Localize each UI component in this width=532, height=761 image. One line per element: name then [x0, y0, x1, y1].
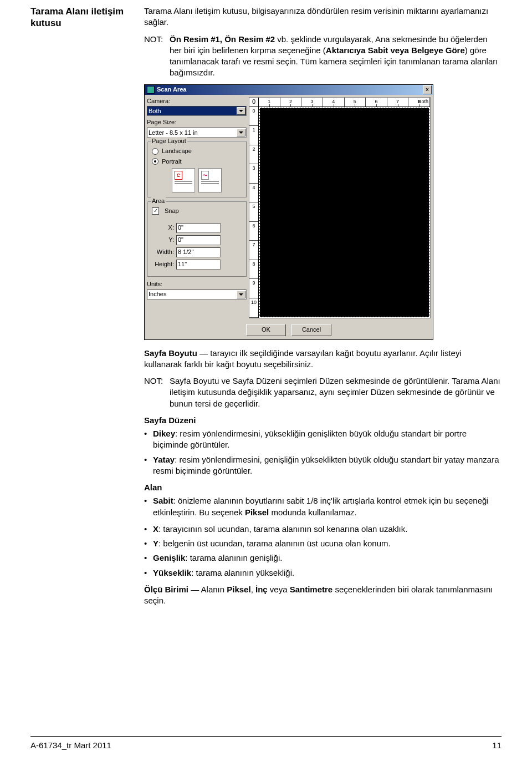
radio-icon: [152, 158, 158, 165]
ruler-tick: 3: [249, 164, 258, 184]
footer-page-number: 11: [492, 740, 502, 751]
vertical-ruler: 012345678910: [249, 107, 259, 318]
area-list-sabit: Sabit: önizleme alanının boyutlarını sab…: [144, 495, 502, 518]
page-size-paragraph: Sayfa Boyutu — tarayıcı ilk seçildiğinde…: [144, 348, 502, 371]
camera-label: Camera:: [147, 97, 247, 105]
ruler-tick: 9: [249, 279, 258, 298]
units-heading: Ölçü Birimi: [144, 585, 188, 594]
ruler-tick: 4: [323, 98, 345, 106]
page-layout-list: Dikey: resim yönlendirmesini, yüksekliği…: [144, 428, 502, 476]
area-group-title: Area: [151, 197, 166, 205]
list-item: Sabit: önizleme alanının boyutlarını sab…: [144, 495, 502, 518]
window-icon: [147, 86, 155, 94]
scan-area-dialog-screenshot: Scan Area × Camera: Both Page S: [144, 84, 502, 340]
note-body: Ön Resim #1, Ön Resim #2 vb. şeklinde vu…: [170, 34, 502, 79]
cancel-button[interactable]: Cancel: [291, 324, 331, 336]
units-paragraph: Ölçü Birimi — Alanın Piksel, İnç veya Sa…: [144, 584, 502, 607]
ruler-tick: 8: [249, 260, 258, 280]
x-input[interactable]: 0": [176, 223, 221, 233]
chevron-down-icon: [237, 129, 245, 136]
page-size-dropdown[interactable]: Letter - 8.5 x 11 in: [147, 128, 247, 138]
ruler-tick: 8: [408, 98, 430, 106]
ruler-tick: 3: [301, 98, 323, 106]
list-item: Genişlik: tarama alanının genişliği.: [144, 552, 502, 564]
ruler-tick: 0: [249, 107, 258, 126]
page-layout-heading: Sayfa Düzeni: [144, 415, 502, 426]
intro-paragraph: Tarama Alanı iletişim kutusu, bilgisayar…: [144, 6, 502, 28]
chevron-down-icon: [237, 291, 245, 298]
area-heading: Alan: [144, 482, 502, 493]
note-body: Sayfa Boyutu ve Sayfa Düzeni seçimleri D…: [170, 376, 502, 409]
page-size-heading: Sayfa Boyutu: [144, 348, 197, 358]
ruler-tick: 7: [249, 241, 258, 260]
width-input[interactable]: 8 1/2": [176, 247, 221, 257]
section-title: Tarama Alanı iletişim kutusu: [30, 6, 139, 29]
area-list: X: tarayıcının sol ucundan, tarama alanı…: [144, 524, 502, 579]
page-footer: A-61734_tr Mart 2011 11: [30, 736, 502, 751]
width-label: Width:: [152, 248, 174, 256]
layout-preview-icon: C: [172, 168, 195, 192]
height-input[interactable]: 11": [176, 260, 221, 270]
window-title: Scan Area: [157, 85, 423, 94]
preview-area[interactable]: 0 Both 12345678 012345678910: [249, 97, 431, 318]
scan-area-dialog: Scan Area × Camera: Both Page S: [144, 84, 433, 340]
note-bold-option: Aktarıcıya Sabit veya Belgeye Göre: [326, 45, 465, 55]
ruler-tick: 2: [280, 98, 302, 106]
y-input[interactable]: 0": [176, 235, 221, 245]
area-group: Area Snap X: 0" Y:: [147, 201, 247, 277]
note-1: NOT: Ön Resim #1, Ön Resim #2 vb. şeklin…: [144, 34, 502, 79]
close-icon[interactable]: ×: [423, 85, 432, 94]
ruler-tick: 4: [249, 184, 258, 203]
ruler-tick: 2: [249, 145, 258, 165]
layout-portrait-radio[interactable]: Portrait: [152, 158, 242, 166]
ruler-tick: 6: [366, 98, 387, 106]
list-item: X: tarayıcının sol ucundan, tarama alanı…: [144, 524, 502, 535]
y-label: Y:: [152, 236, 174, 244]
page-size-label: Page Size:: [147, 118, 247, 126]
snap-checkbox[interactable]: Snap: [152, 207, 242, 215]
ruler-tick: 1: [249, 126, 258, 145]
height-label: Height:: [152, 260, 174, 268]
ruler-tick: 10: [249, 298, 258, 318]
selection-rectangle[interactable]: [259, 108, 429, 317]
titlebar: Scan Area ×: [145, 85, 433, 95]
ruler-tick: 7: [387, 98, 409, 106]
ruler-tick: 6: [249, 222, 258, 241]
list-item: Dikey: resim yönlendirmesini, yüksekliği…: [144, 428, 502, 451]
list-item: Yükseklik: tarama alanının yüksekliği.: [144, 567, 502, 579]
checkbox-icon: [152, 207, 159, 215]
ruler-tick: 5: [345, 98, 366, 106]
layout-preview-icon: [198, 168, 222, 192]
page-layout-group: Page Layout Landscape Portrait: [147, 141, 247, 197]
note-label: NOT:: [144, 34, 170, 79]
ruler-tick: 1: [259, 98, 280, 106]
ok-button[interactable]: OK: [246, 324, 286, 336]
layout-landscape-radio[interactable]: Landscape: [152, 147, 242, 155]
note-2: NOT: Sayfa Boyutu ve Sayfa Düzeni seçiml…: [144, 376, 502, 409]
chevron-down-icon: [237, 107, 245, 115]
footer-left: A-61734_tr Mart 2011: [30, 740, 111, 751]
x-label: X:: [152, 224, 174, 232]
units-label: Units:: [147, 280, 247, 288]
units-dropdown[interactable]: Inches: [147, 290, 247, 300]
note-bold-lead: Ön Resim #1, Ön Resim #2: [170, 34, 275, 44]
note-label: NOT:: [144, 376, 170, 409]
page-layout-group-title: Page Layout: [151, 137, 187, 145]
list-item: Y: belgenin üst ucundan, tarama alanının…: [144, 538, 502, 549]
list-item: Yatay: resim yönlendirmesini, genişliğin…: [144, 454, 502, 477]
radio-icon: [152, 148, 158, 155]
horizontal-ruler: 0 Both 12345678: [249, 98, 430, 107]
ruler-tick: 5: [249, 202, 258, 222]
camera-dropdown[interactable]: Both: [147, 106, 247, 116]
